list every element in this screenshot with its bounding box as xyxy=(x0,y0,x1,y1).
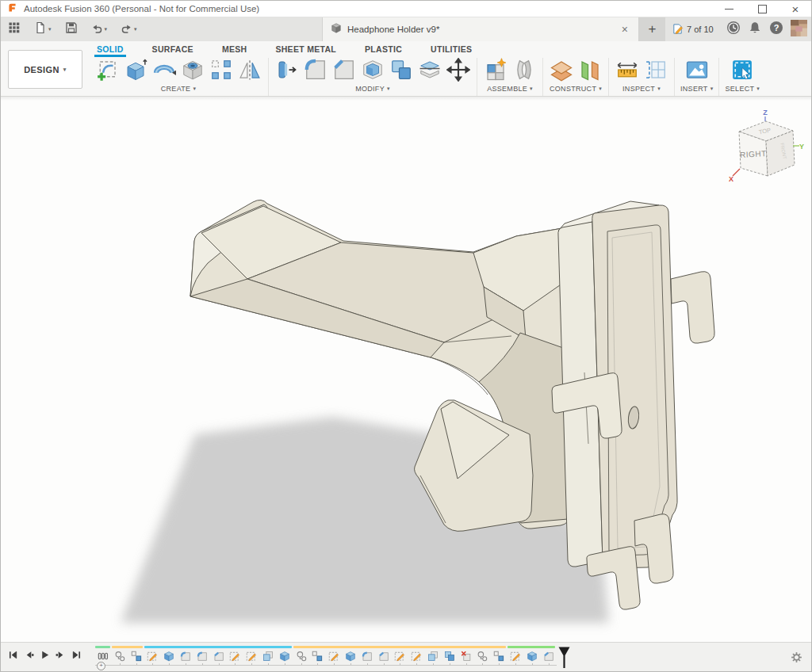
timeline-feature-extrude[interactable] xyxy=(277,650,293,662)
create-menu[interactable]: CREATE▾ xyxy=(161,85,196,93)
combine-button[interactable] xyxy=(389,59,414,84)
timeline-feature-fillet[interactable] xyxy=(178,650,193,662)
timeline-feature-sketch[interactable] xyxy=(227,650,243,662)
timeline-feature-sketch[interactable] xyxy=(326,650,342,662)
timeline-feature-copy[interactable] xyxy=(260,650,276,662)
timeline-position-marker[interactable] xyxy=(558,647,570,672)
new-document-tab-button[interactable]: + xyxy=(639,17,665,41)
timeline-group-bar[interactable] xyxy=(95,646,110,648)
play-button[interactable] xyxy=(38,649,52,663)
tab-sheet-metal[interactable]: SHEET METAL xyxy=(273,41,339,57)
midplane-button[interactable] xyxy=(577,59,603,84)
modify-menu[interactable]: MODIFY▾ xyxy=(355,85,390,93)
measure-button[interactable] xyxy=(615,59,640,84)
timeline-feature-extrude[interactable] xyxy=(343,650,358,662)
tab-surface[interactable]: SURFACE xyxy=(150,41,196,57)
press-pull-button[interactable] xyxy=(274,59,300,84)
chamfer-button[interactable] xyxy=(331,59,357,84)
timeline-feature-sketch[interactable] xyxy=(408,650,424,662)
revolve-button[interactable] xyxy=(151,59,177,84)
split-body-button[interactable] xyxy=(417,59,442,84)
timeline-feature-rigid-group[interactable] xyxy=(491,650,507,662)
timeline-feature-component[interactable] xyxy=(293,650,309,662)
inspect-menu[interactable]: INSPECT▾ xyxy=(622,85,661,93)
timeline-group-bar[interactable] xyxy=(144,646,291,648)
timeline-group-bar[interactable] xyxy=(293,646,506,648)
workspace-switcher[interactable]: DESIGN ▾ xyxy=(8,50,82,89)
document-tab[interactable]: Headphone Holder v9* × xyxy=(322,17,639,41)
timeline-feature-sketch[interactable] xyxy=(392,650,408,662)
section-analysis-button[interactable] xyxy=(643,59,668,84)
timeline-group-bar[interactable] xyxy=(508,646,555,648)
timeline-feature-component[interactable] xyxy=(474,650,490,662)
redo-button[interactable]: ▾ xyxy=(119,20,139,39)
new-component-button[interactable] xyxy=(483,59,508,84)
job-status-button[interactable] xyxy=(726,21,741,38)
timeline-feature-chamfer[interactable] xyxy=(541,650,557,662)
step-back-button[interactable] xyxy=(22,649,36,663)
tab-solid[interactable]: SOLID xyxy=(94,41,126,57)
timeline-feature-combine[interactable] xyxy=(442,650,458,662)
editable-documents-counter[interactable]: 7 of 10 xyxy=(672,17,714,41)
timeline-feature-chamfer[interactable] xyxy=(211,650,227,662)
shell-button[interactable] xyxy=(360,59,385,84)
model-canvas[interactable]: TOP RIGHT FRONT Z Y X xyxy=(0,97,812,642)
construct-menu[interactable]: CONSTRUCT▾ xyxy=(550,85,602,93)
timeline-feature-sketch[interactable] xyxy=(144,650,160,662)
step-forward-button[interactable] xyxy=(54,649,67,663)
insert-image-button[interactable] xyxy=(684,59,710,84)
timeline-feature-fillet[interactable] xyxy=(359,650,375,662)
skip-end-button[interactable] xyxy=(70,649,83,663)
timeline-feature-delete[interactable] xyxy=(458,650,474,662)
timeline-feature-extrude[interactable] xyxy=(524,650,540,662)
move-button[interactable] xyxy=(446,59,471,84)
timeline-group-bar[interactable] xyxy=(112,646,144,648)
skip-start-button[interactable] xyxy=(6,649,20,663)
extrude-icon xyxy=(124,58,147,85)
notifications-button[interactable] xyxy=(748,21,762,38)
offset-plane-button[interactable] xyxy=(549,59,574,84)
save-button[interactable] xyxy=(63,20,79,39)
mirror-button[interactable] xyxy=(237,59,262,84)
model-headphone-holder[interactable] xyxy=(0,97,812,642)
extrude-button[interactable] xyxy=(123,59,148,84)
select-menu[interactable]: SELECT▾ xyxy=(725,85,760,93)
pattern-button[interactable] xyxy=(209,59,234,84)
joint-button[interactable] xyxy=(511,59,537,84)
new-file-button[interactable]: ▾ xyxy=(33,20,53,39)
create-sketch-button[interactable] xyxy=(94,59,120,84)
hole-button[interactable] xyxy=(180,59,205,84)
timeline-feature-rigid-group[interactable] xyxy=(128,650,144,662)
group-modify: MODIFY▾ xyxy=(269,58,477,96)
workspace-label: DESIGN xyxy=(24,65,59,74)
minimize-button[interactable] xyxy=(712,0,745,17)
timeline-feature-group[interactable] xyxy=(95,650,111,662)
editable-document-icon xyxy=(672,23,684,36)
timeline-feature-copy[interactable] xyxy=(425,650,441,662)
timeline-feature-rigid-group[interactable] xyxy=(309,650,325,662)
maximize-button[interactable] xyxy=(745,0,779,17)
avatar-button[interactable] xyxy=(791,20,807,40)
timeline-feature-component[interactable] xyxy=(112,650,128,662)
fillet-button[interactable] xyxy=(303,59,328,84)
timeline-feature-extrude[interactable] xyxy=(161,650,177,662)
timeline-feature-chamfer[interactable] xyxy=(376,650,392,662)
select-button[interactable] xyxy=(730,59,755,84)
tab-plastic[interactable]: PLASTIC xyxy=(362,41,404,57)
close-button[interactable]: × xyxy=(779,0,812,17)
view-cube[interactable]: TOP RIGHT FRONT Z Y X xyxy=(720,108,804,184)
document-close-button[interactable]: × xyxy=(619,23,630,36)
undo-button[interactable]: ▾ xyxy=(90,20,109,39)
timeline-feature-fillet[interactable] xyxy=(194,650,210,662)
assemble-menu[interactable]: ASSEMBLE▾ xyxy=(487,85,533,93)
timeline-zoom-control[interactable]: + xyxy=(97,662,105,670)
insert-menu[interactable]: INSERT▾ xyxy=(680,85,713,93)
timeline-settings-button[interactable] xyxy=(791,651,802,666)
measure-icon xyxy=(615,58,639,85)
timeline-feature-sketch[interactable] xyxy=(508,650,523,662)
timeline-feature-sketch[interactable] xyxy=(243,650,259,662)
help-button[interactable]: ? xyxy=(769,21,783,38)
tab-mesh[interactable]: MESH xyxy=(220,41,250,57)
app-grid-button[interactable] xyxy=(6,20,22,39)
tab-utilities[interactable]: UTILITIES xyxy=(428,41,474,57)
